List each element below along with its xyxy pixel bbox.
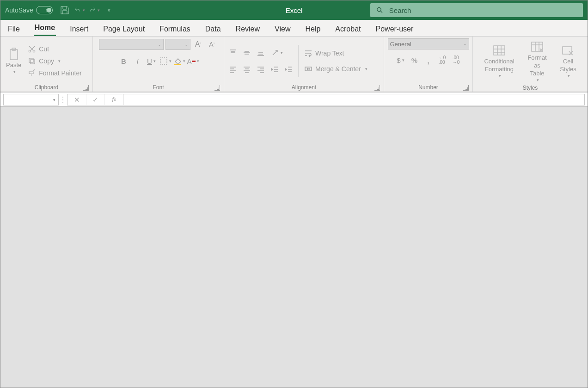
copy-button[interactable]: Copy▾ bbox=[26, 55, 84, 67]
align-right-icon[interactable] bbox=[255, 63, 267, 75]
percent-format-icon[interactable]: % bbox=[409, 54, 421, 66]
group-styles: ConditionalFormatting▾ Format asTable▾ C… bbox=[473, 37, 588, 92]
format-painter-button[interactable]: Format Painter bbox=[26, 68, 84, 79]
accounting-format-icon[interactable]: $▾ bbox=[395, 54, 407, 66]
redo-icon[interactable]: ▾ bbox=[89, 5, 100, 16]
tab-help[interactable]: Help bbox=[304, 22, 321, 36]
search-input[interactable] bbox=[389, 6, 577, 14]
bold-icon[interactable]: B bbox=[118, 55, 130, 67]
underline-icon[interactable]: U▾ bbox=[146, 55, 158, 67]
number-launcher-icon[interactable] bbox=[463, 85, 469, 91]
tab-acrobat[interactable]: Acrobat bbox=[334, 22, 361, 36]
wrap-text-button[interactable]: Wrap Text bbox=[302, 48, 369, 59]
orientation-icon[interactable]: ▾ bbox=[269, 47, 285, 59]
tab-power-user[interactable]: Power-user bbox=[375, 22, 415, 36]
decrease-decimal-icon[interactable]: .00→0 bbox=[450, 54, 462, 66]
tab-file[interactable]: File bbox=[7, 22, 21, 36]
font-size-combo[interactable]: ⌄ bbox=[165, 39, 190, 50]
group-font: ⌄ ⌄ Aˆ Aˇ B I U▾ ▾ ▾ A▾ Font bbox=[93, 37, 224, 92]
tab-page-layout[interactable]: Page Layout bbox=[102, 22, 146, 36]
increase-font-icon[interactable]: Aˆ bbox=[192, 38, 204, 50]
customize-qat-icon[interactable]: ▿ bbox=[104, 5, 115, 16]
workspace-empty bbox=[0, 107, 588, 388]
borders-icon[interactable]: ▾ bbox=[159, 55, 172, 67]
insert-function-icon[interactable]: fx bbox=[104, 94, 123, 105]
comma-format-icon[interactable]: , bbox=[423, 54, 435, 66]
group-alignment: ▾ Wrap Text Merge & Center▾ Alignment bbox=[224, 37, 384, 92]
cut-button[interactable]: Cut bbox=[26, 43, 84, 55]
svg-point-0 bbox=[377, 7, 381, 11]
align-top-icon[interactable] bbox=[227, 47, 239, 59]
italic-icon[interactable]: I bbox=[132, 55, 144, 67]
tab-review[interactable]: Review bbox=[235, 22, 261, 36]
group-number: General⌄ $▾ % , ←0.00 .00→0 Number bbox=[384, 37, 473, 92]
tab-insert[interactable]: Insert bbox=[69, 22, 89, 36]
align-bottom-icon[interactable] bbox=[255, 47, 267, 59]
autosave-toggle[interactable]: Off bbox=[36, 6, 53, 14]
increase-decimal-icon[interactable]: ←0.00 bbox=[436, 54, 448, 66]
fill-color-icon[interactable]: ▾ bbox=[173, 55, 185, 67]
undo-icon[interactable]: ▾ bbox=[74, 5, 85, 16]
title-bar: AutoSave Off ▾ ▾ ▿ Excel bbox=[0, 0, 588, 20]
svg-rect-5 bbox=[31, 60, 35, 64]
quick-access-toolbar: ▾ ▾ ▿ bbox=[59, 5, 115, 16]
formula-input[interactable] bbox=[123, 94, 585, 105]
decrease-indent-icon[interactable] bbox=[269, 63, 281, 75]
search-icon bbox=[376, 6, 384, 14]
svg-rect-7 bbox=[160, 58, 167, 64]
autosave-control[interactable]: AutoSave Off bbox=[5, 6, 53, 14]
font-launcher-icon[interactable] bbox=[214, 85, 220, 91]
clipboard-launcher-icon[interactable] bbox=[83, 85, 89, 91]
cancel-formula-icon[interactable]: ✕ bbox=[67, 94, 86, 105]
svg-rect-1 bbox=[10, 49, 18, 60]
align-left-icon[interactable] bbox=[227, 63, 239, 75]
tab-view[interactable]: View bbox=[274, 22, 291, 36]
tab-data[interactable]: Data bbox=[204, 22, 222, 36]
tab-formulas[interactable]: Formulas bbox=[159, 22, 191, 36]
group-clipboard: Paste ▾ Cut Copy▾ Format Painter Clipboa… bbox=[0, 37, 93, 92]
app-title: Excel bbox=[286, 6, 303, 14]
formula-bar: ▾ ⋮ ✕ ✓ fx bbox=[0, 93, 588, 107]
increase-indent-icon[interactable] bbox=[282, 63, 294, 75]
formula-bar-separator: ⋮ bbox=[59, 93, 67, 106]
number-format-combo[interactable]: General⌄ bbox=[388, 38, 469, 49]
merge-center-button[interactable]: Merge & Center▾ bbox=[302, 63, 369, 74]
ribbon-tabs: File Home Insert Page Layout Formulas Da… bbox=[0, 20, 588, 37]
align-center-icon[interactable] bbox=[241, 63, 253, 75]
format-as-table-button[interactable]: Format asTable▾ bbox=[521, 38, 553, 84]
svg-rect-8 bbox=[174, 64, 181, 65]
conditional-formatting-button[interactable]: ConditionalFormatting▾ bbox=[479, 42, 519, 80]
align-middle-icon[interactable] bbox=[241, 47, 253, 59]
save-icon[interactable] bbox=[59, 5, 70, 16]
search-box[interactable] bbox=[370, 3, 583, 17]
name-box[interactable]: ▾ bbox=[3, 94, 59, 105]
font-color-icon[interactable]: A▾ bbox=[187, 55, 199, 67]
font-name-combo[interactable]: ⌄ bbox=[99, 39, 164, 50]
alignment-launcher-icon[interactable] bbox=[374, 85, 380, 91]
enter-formula-icon[interactable]: ✓ bbox=[86, 94, 104, 105]
paste-button[interactable]: Paste ▾ bbox=[3, 46, 24, 76]
ribbon: Paste ▾ Cut Copy▾ Format Painter Clipboa… bbox=[0, 37, 588, 92]
decrease-font-icon[interactable]: Aˇ bbox=[206, 38, 218, 50]
tab-home[interactable]: Home bbox=[34, 21, 56, 36]
cell-styles-button[interactable]: CellStyles▾ bbox=[555, 42, 581, 80]
autosave-label: AutoSave bbox=[5, 6, 33, 14]
svg-rect-6 bbox=[29, 58, 33, 62]
svg-rect-10 bbox=[494, 46, 505, 55]
